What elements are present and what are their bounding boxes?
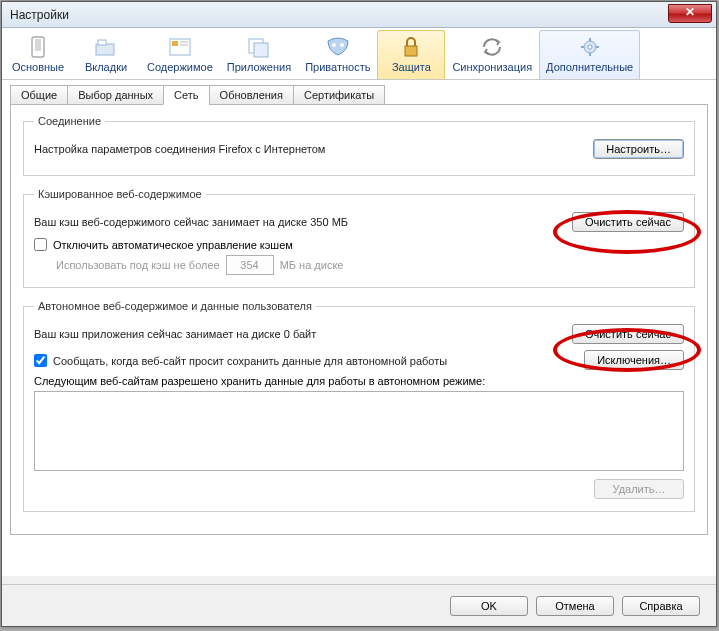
subtab-updates[interactable]: Обновления (209, 85, 294, 105)
cache-status: Ваш кэш веб-содержимого сейчас занимает … (34, 216, 572, 228)
svg-rect-1 (35, 39, 41, 51)
notify-offline-label: Сообщать, когда веб-сайт просит сохранит… (53, 355, 447, 367)
ok-button[interactable]: OK (450, 596, 528, 616)
svg-rect-3 (98, 40, 106, 45)
category-general[interactable]: Основные (4, 30, 72, 79)
svg-rect-12 (405, 46, 417, 56)
tabs-icon (91, 35, 121, 59)
offline-status: Ваш кэш приложения сейчас занимает на ди… (34, 328, 572, 340)
content-icon (165, 35, 195, 59)
cache-group: Кэшированное веб-содержимое Ваш кэш веб-… (23, 188, 695, 288)
cache-limit-prefix: Использовать под кэш не более (56, 259, 220, 271)
connection-group: Соединение Настройка параметров соединен… (23, 115, 695, 176)
disable-cache-mgmt-label: Отключить автоматическое управление кэше… (53, 239, 293, 251)
subtab-certs[interactable]: Сертификаты (293, 85, 385, 105)
subtab-data[interactable]: Выбор данных (67, 85, 164, 105)
close-icon: ✕ (685, 5, 695, 19)
phone-icon (23, 35, 53, 59)
svg-rect-9 (254, 43, 268, 57)
subtab-general[interactable]: Общие (10, 85, 68, 105)
notify-offline-checkbox[interactable] (34, 354, 47, 367)
offline-legend: Автономное веб-содержимое и данные польз… (34, 300, 316, 312)
cancel-button[interactable]: Отмена (536, 596, 614, 616)
exceptions-button[interactable]: Исключения… (584, 350, 684, 370)
svg-rect-5 (172, 41, 178, 46)
gear-icon (575, 35, 605, 59)
subtab-network[interactable]: Сеть (163, 85, 209, 105)
help-button[interactable]: Справка (622, 596, 700, 616)
cache-limit-suffix: МБ на диске (280, 259, 344, 271)
category-applications[interactable]: Приложения (220, 30, 298, 79)
category-privacy[interactable]: Приватность (298, 30, 377, 79)
cache-limit-input (226, 255, 274, 275)
connection-settings-button[interactable]: Настроить… (593, 139, 684, 159)
category-security[interactable]: Защита (377, 30, 445, 79)
dialog-buttons: OK Отмена Справка (2, 584, 716, 626)
category-advanced[interactable]: Дополнительные (539, 30, 640, 79)
category-sync[interactable]: Синхронизация (445, 30, 539, 79)
settings-window: Настройки ✕ Основные Вкладки Содержимое … (1, 1, 717, 627)
category-content[interactable]: Содержимое (140, 30, 220, 79)
category-tabs[interactable]: Вкладки (72, 30, 140, 79)
sync-icon (477, 35, 507, 59)
cache-legend: Кэшированное веб-содержимое (34, 188, 206, 200)
sites-label: Следующим веб-сайтам разрешено хранить д… (34, 375, 684, 387)
svg-rect-2 (96, 44, 114, 55)
close-button[interactable]: ✕ (668, 4, 712, 23)
applications-icon (244, 35, 274, 59)
delete-site-button: Удалить… (594, 479, 684, 499)
connection-desc: Настройка параметров соединения Firefox … (34, 143, 593, 155)
offline-sites-list[interactable] (34, 391, 684, 471)
connection-legend: Соединение (34, 115, 105, 127)
svg-point-10 (332, 43, 336, 47)
network-panel: Соединение Настройка параметров соединен… (10, 105, 708, 535)
mask-icon (323, 35, 353, 59)
clear-cache-button[interactable]: Очистить сейчас (572, 212, 684, 232)
disable-cache-mgmt-checkbox[interactable] (34, 238, 47, 251)
clear-offline-button[interactable]: Очистить сейчас (572, 324, 684, 344)
titlebar: Настройки ✕ (2, 2, 716, 28)
lock-icon (396, 35, 426, 59)
offline-group: Автономное веб-содержимое и данные польз… (23, 300, 695, 512)
svg-point-14 (588, 45, 592, 49)
svg-point-11 (340, 43, 344, 47)
subtabs: Общие Выбор данных Сеть Обновления Серти… (10, 84, 708, 105)
category-toolbar: Основные Вкладки Содержимое Приложения П… (2, 28, 716, 80)
window-title: Настройки (6, 8, 69, 22)
